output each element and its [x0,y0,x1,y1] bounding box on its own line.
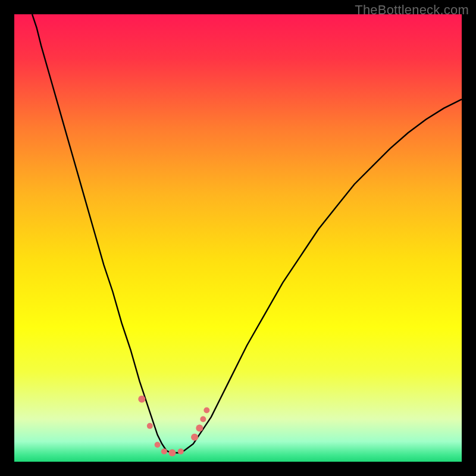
chart-svg [14,14,462,462]
marker-point [138,396,145,403]
marker-point [155,441,161,447]
marker-point [161,449,167,455]
chart-container: TheBottleneck.com [0,0,476,476]
gradient-background [14,14,462,462]
plot-area [14,14,462,462]
marker-point [178,449,184,455]
watermark-text: TheBottleneck.com [355,2,469,18]
marker-point [147,423,153,429]
marker-point [200,416,206,422]
marker-point [191,434,198,441]
marker-point [196,425,203,432]
marker-point [168,449,176,456]
marker-point [203,408,209,414]
